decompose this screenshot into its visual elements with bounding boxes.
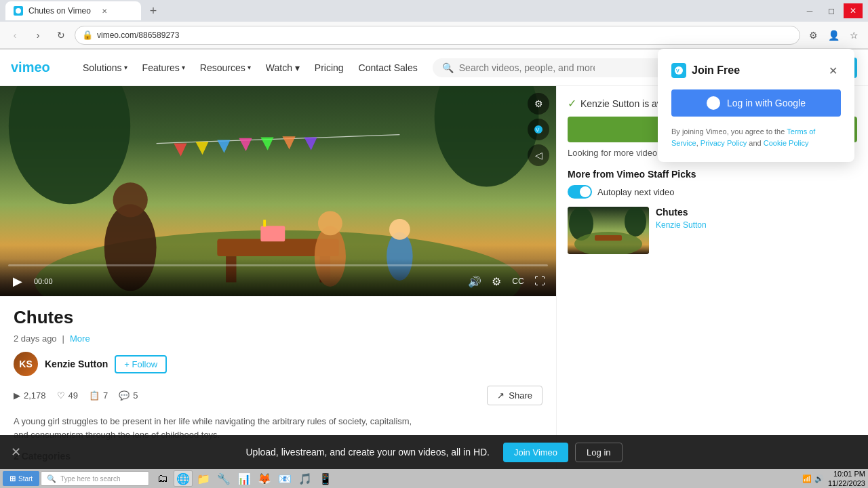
nav-watch[interactable]: Watch ▾ (259, 58, 307, 77)
creator-row: KS Kenzie Sutton + Follow (14, 352, 542, 376)
taskbar-phone-icon[interactable]: 📱 (316, 470, 335, 487)
settings-icon[interactable]: ⚙ (528, 93, 549, 115)
network-icon: 📶 (802, 474, 812, 483)
play-count: ▶ 2,178 (14, 390, 46, 401)
start-button[interactable]: ⊞ Start (3, 471, 39, 486)
progress-bar[interactable] (8, 264, 548, 266)
join-free-popup: V Join Free ✕ G Log in with Google By jo… (658, 49, 854, 162)
banner-text: Upload, livestream, and create your own … (245, 447, 490, 458)
minimize-button[interactable]: ─ (800, 3, 819, 18)
vimeo-logo[interactable]: vimeo (11, 60, 65, 76)
comment-icon: 💬 (119, 390, 130, 401)
video-player[interactable]: ⚙ V ◁ ▶ 00:00 🔊 ⚙ CC ⛶ (0, 86, 556, 296)
banner-close-button[interactable]: ✕ (11, 445, 21, 460)
svg-rect-24 (263, 220, 266, 226)
svg-rect-31 (595, 235, 622, 241)
search-icon: 🔍 (442, 62, 454, 73)
autoplay-row: Autoplay next video (568, 185, 857, 199)
bookmark-icon[interactable]: ☆ (845, 26, 863, 44)
taskbar-media-icon[interactable]: 🎵 (296, 470, 315, 487)
forward-button[interactable]: › (28, 26, 47, 45)
cc-icon[interactable]: CC (510, 273, 526, 289)
taskbar-clock: 10:01 PM 11/22/2023 (828, 469, 865, 488)
vimeo-logo-watermark[interactable]: V (528, 119, 549, 140)
popup-vimeo-icon: V (671, 63, 686, 78)
chevron-down-icon: ▾ (124, 64, 127, 71)
extensions-icon[interactable]: ⚙ (804, 26, 822, 44)
privacy-policy-link[interactable]: Privacy Policy (701, 139, 747, 147)
volume-taskbar-icon: 🔊 (814, 474, 824, 483)
nav-pricing[interactable]: Pricing (308, 58, 351, 77)
volume-icon[interactable]: ◁ (528, 144, 549, 166)
tab-title: Chutes on Vimeo (28, 6, 91, 16)
tab-favicon (14, 6, 23, 16)
close-button[interactable]: ✕ (844, 3, 863, 18)
creator-name[interactable]: Kenzie Sutton (45, 359, 108, 369)
taskbar-browser-icon[interactable]: 🌐 (174, 470, 193, 487)
creator-avatar[interactable]: KS (14, 352, 38, 376)
chevron-down-icon: ▾ (248, 64, 251, 71)
taskbar-search[interactable]: 🔍 Type here to search (41, 471, 149, 486)
taskbar-excel-icon[interactable]: 📊 (235, 470, 254, 487)
follow-button[interactable]: + Follow (115, 355, 167, 373)
nav-contact-sales[interactable]: Contact Sales (352, 58, 425, 77)
svg-text:vimeo: vimeo (11, 60, 50, 75)
tab-close-button[interactable]: ✕ (99, 5, 110, 16)
toggle-thumb (580, 186, 591, 197)
autoplay-toggle[interactable] (568, 185, 592, 199)
copy-count[interactable]: 📋 7 (89, 390, 108, 401)
svg-point-0 (16, 8, 21, 14)
taskbar-firefox-icon[interactable]: 🦊 (255, 470, 274, 487)
play-icon: ▶ (14, 390, 20, 401)
taskbar-icons: 🗂 🌐 📁 🔧 📊 🦊 📧 🎵 📱 (153, 470, 335, 487)
taskbar-folder-icon[interactable]: 📁 (194, 470, 213, 487)
like-count[interactable]: ♡ 49 (57, 390, 78, 401)
stats-row: ▶ 2,178 ♡ 49 📋 7 💬 5 ↗ Share (14, 386, 542, 405)
gear-settings-icon[interactable]: ⚙ (488, 273, 505, 289)
nav-features[interactable]: Features ▾ (136, 58, 192, 77)
related-video-title[interactable]: Chutes (656, 207, 857, 218)
chevron-down-icon: ▾ (182, 64, 185, 71)
svg-point-20 (318, 211, 342, 235)
restore-button[interactable]: ◻ (822, 3, 841, 18)
taskbar-system-icons: 📶 🔊 (802, 474, 824, 483)
nav-resources[interactable]: Resources ▾ (193, 58, 258, 77)
volume-control-icon[interactable]: 🔊 (467, 273, 483, 289)
fullscreen-icon[interactable]: ⛶ (532, 273, 548, 289)
nav-solutions[interactable]: Solutions ▾ (76, 58, 134, 77)
taskbar-mail-icon[interactable]: 📧 (275, 470, 294, 487)
related-video-creator[interactable]: Kenzie Sutton (656, 220, 857, 230)
refresh-button[interactable]: ↻ (52, 26, 71, 45)
address-bar[interactable]: 🔒 vimeo.com/886589273 (75, 26, 800, 45)
svg-point-29 (625, 207, 646, 237)
check-icon: ✓ (568, 97, 576, 110)
video-title: Chutes (14, 307, 542, 328)
play-button[interactable]: ▶ (8, 272, 27, 291)
search-input-wrap: 🔍 (433, 58, 688, 77)
taskbar-files-icon[interactable]: 🗂 (153, 470, 172, 487)
cookie-policy-link[interactable]: Cookie Policy (764, 139, 809, 147)
search-input[interactable] (459, 62, 595, 73)
google-icon: G (707, 96, 720, 110)
google-login-button[interactable]: G Log in with Google (671, 89, 841, 117)
taskbar-settings-icon[interactable]: 🔧 (214, 470, 233, 487)
search-icon: 🔍 (47, 474, 56, 483)
popup-close-button[interactable]: ✕ (825, 62, 841, 79)
popup-title: V Join Free (671, 63, 740, 78)
search-bar: 🔍 (433, 58, 688, 77)
video-controls: ▶ 00:00 🔊 ⚙ CC ⛶ (0, 259, 556, 296)
new-tab-button[interactable]: + (144, 1, 163, 20)
more-link[interactable]: More (70, 333, 90, 344)
back-button[interactable]: ‹ (5, 26, 24, 45)
side-controls: ⚙ V ◁ (528, 93, 549, 166)
join-vimeo-button[interactable]: Join Vimeo (503, 443, 568, 462)
related-video-thumbnail[interactable] (568, 207, 649, 254)
comment-count[interactable]: 💬 5 (119, 390, 138, 401)
share-button[interactable]: ↗ Share (487, 386, 542, 405)
browser-tab[interactable]: Chutes on Vimeo ✕ (5, 1, 141, 20)
popup-terms: By joining Vimeo, you agree to the Terms… (671, 126, 841, 148)
controls-row: ▶ 00:00 🔊 ⚙ CC ⛶ (8, 272, 548, 291)
video-area: ⚙ V ◁ ▶ 00:00 🔊 ⚙ CC ⛶ (0, 86, 556, 472)
profile-icon[interactable]: 👤 (825, 26, 842, 44)
login-banner-button[interactable]: Log in (575, 443, 622, 462)
